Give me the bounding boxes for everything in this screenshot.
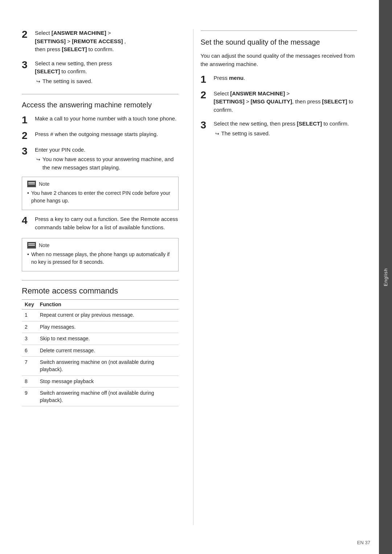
table-row: 2Play messages. [22, 321, 179, 333]
step-number-1-remote: 1 [22, 115, 35, 126]
right-section-title: Set the sound quality of the message [201, 37, 358, 47]
note-icon-2 [27, 242, 36, 249]
right-step-2-text: Select [ANSWER MACHINE] >[SETTINGS] > [M… [214, 90, 358, 114]
step-3-remote-text: Enter your PIN code. [35, 146, 179, 154]
arrow-icon-3remote: ↪ [36, 156, 40, 163]
arrow-icon-right-3: ↪ [215, 130, 219, 138]
step-4-remote-text: Press a key to carry out a function. See… [35, 215, 179, 231]
section2-title: Access the answering machine remotely [22, 100, 179, 110]
table-cell-function: Stop message playback [37, 376, 179, 387]
note-label-1: Note [39, 181, 50, 187]
table-row: 1Repeat current or play previous message… [22, 309, 179, 321]
step-number-3-remote: 3 [22, 146, 35, 157]
table-title: Remote access commands [22, 286, 179, 296]
right-step-2: 2 Select [ANSWER MACHINE] >[SETTINGS] > … [201, 90, 358, 116]
step-2-top-text: Select [ANSWER MACHINE] >[SETTINGS] > [R… [35, 29, 179, 54]
right-intro: You can adjust the sound quality of the … [201, 52, 358, 68]
step-3-remote: 3 Enter your PIN code. ↪ You now have ac… [22, 146, 179, 172]
right-column: Set the sound quality of the message You… [193, 29, 358, 525]
right-step-3-text: Select the new setting, then press [SELE… [214, 120, 358, 128]
note-icon-1 [27, 181, 36, 187]
right-step-3-arrow: ↪ The settng is saved. [215, 130, 358, 138]
note-content-2: • When no message plays, the phone hangs… [27, 251, 173, 266]
step-2-remote-text: Press # when the outgoing message starts… [35, 130, 179, 139]
right-step-3-arrow-text: The settng is saved. [221, 130, 270, 138]
step-3-top-arrow-text: The setting is saved. [42, 77, 93, 86]
table-row: 9Switch answering machine off (not avail… [22, 387, 179, 406]
page-footer: EN 37 [357, 540, 370, 545]
divider-2 [22, 280, 179, 280]
step-number-2-top: 2 [22, 29, 35, 40]
step-4-remote: 4 Press a key to carry out a function. S… [22, 215, 179, 233]
page-number: EN 37 [357, 540, 370, 545]
table-cell-function: Switch answering machine off (not availa… [37, 387, 179, 406]
col-key-header: Key [22, 300, 37, 309]
table-row: 8Stop message playback [22, 376, 179, 387]
table-cell-key: 2 [22, 321, 37, 333]
table-cell-function: Skip to next message. [37, 333, 179, 345]
left-column: 2 Select [ANSWER MACHINE] >[SETTINGS] > … [22, 29, 179, 525]
table-row: 7Switch answering machine on (not availa… [22, 357, 179, 376]
step-3-top-arrow: ↪ The setting is saved. [36, 77, 179, 86]
table-header-row: Key Function [22, 300, 179, 309]
remote-commands-table: Key Function 1Repeat current or play pre… [22, 299, 179, 406]
bullet-dot-1: • [27, 189, 29, 205]
table-cell-function: Play messages. [37, 321, 179, 333]
note-header-2: Note [27, 242, 173, 249]
col-function-header: Function [37, 300, 179, 309]
right-step-1: 1 Press menu. [201, 74, 358, 85]
table-cell-function: Delete current message. [37, 345, 179, 357]
right-step-number-3: 3 [201, 120, 214, 131]
right-step-3: 3 Select the new setting, then press [SE… [201, 120, 358, 138]
note-box-1: Note • You have 2 chances to enter the c… [22, 177, 179, 210]
sidebar: English [379, 0, 392, 554]
step-3-remote-arrow: ↪ You now have access to your answering … [36, 155, 179, 172]
step-number-4-remote: 4 [22, 215, 35, 226]
note-1-text: You have 2 chances to enter the correct … [31, 189, 173, 205]
table-cell-key: 9 [22, 387, 37, 406]
note-label-2: Note [39, 242, 50, 248]
right-col-divider [201, 30, 358, 31]
right-step-number-2: 2 [201, 90, 214, 101]
right-step-1-text: Press menu. [214, 74, 358, 82]
step-number-2-remote: 2 [22, 130, 35, 141]
table-cell-key: 1 [22, 309, 37, 321]
step-2-top: 2 Select [ANSWER MACHINE] >[SETTINGS] > … [22, 29, 179, 55]
table-row: 3Skip to next message. [22, 333, 179, 345]
table-cell-function: Repeat current or play previous message. [37, 309, 179, 321]
note-header-1: Note [27, 181, 173, 187]
step-1-remote-text: Make a call to your home number with a t… [35, 115, 179, 123]
note-box-2: Note • When no message plays, the phone … [22, 238, 179, 271]
table-row: 6Delete current message. [22, 345, 179, 357]
table-section: Remote access commands Key Function 1Rep… [22, 286, 179, 406]
table-cell-key: 8 [22, 376, 37, 387]
step-1-remote: 1 Make a call to your home number with a… [22, 115, 179, 126]
table-cell-key: 3 [22, 333, 37, 345]
right-step-number-1: 1 [201, 74, 214, 85]
step-3-top: 3 Select a new setting, then press[SELEC… [22, 59, 179, 86]
step-3-top-text: Select a new setting, then press[SELECT]… [35, 59, 179, 76]
sidebar-label: English [383, 268, 388, 286]
step-3-remote-arrow-text: You now have access to your answering ma… [42, 155, 179, 172]
bullet-dot-2: • [27, 251, 29, 266]
step-2-remote: 2 Press # when the outgoing message star… [22, 130, 179, 141]
divider-1 [22, 94, 179, 94]
arrow-icon-3top: ↪ [36, 78, 40, 85]
table-cell-key: 6 [22, 345, 37, 357]
table-cell-function: Switch answering machine on (not availab… [37, 357, 179, 376]
table-cell-key: 7 [22, 357, 37, 376]
note-content-1: • You have 2 chances to enter the correc… [27, 189, 173, 205]
note-2-text: When no message plays, the phone hangs u… [31, 251, 173, 266]
step-number-3-top: 3 [22, 59, 35, 71]
